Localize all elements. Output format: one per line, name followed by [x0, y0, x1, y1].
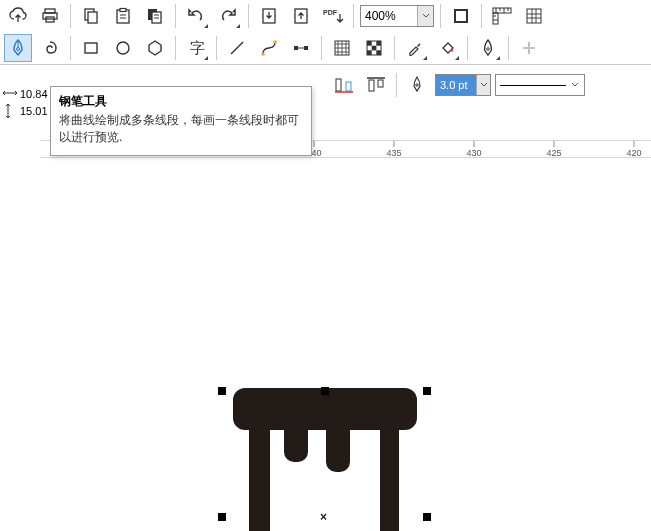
selection-handle[interactable]	[423, 387, 431, 395]
width-field[interactable]	[20, 86, 52, 102]
pen-tool[interactable]	[4, 34, 32, 62]
svg-rect-36	[378, 80, 383, 87]
add-button[interactable]	[515, 34, 543, 62]
svg-rect-35	[369, 80, 374, 91]
object-size-panel	[2, 86, 52, 119]
zoom-dropdown[interactable]	[417, 6, 433, 26]
show-rulers-button[interactable]	[488, 2, 516, 30]
svg-rect-24	[304, 46, 308, 50]
export-button[interactable]	[287, 2, 315, 30]
ellipse-tool[interactable]	[109, 34, 137, 62]
selection-handle[interactable]	[218, 387, 226, 395]
height-icon	[2, 104, 18, 118]
pattern-fill-tool[interactable]	[328, 34, 356, 62]
svg-point-19	[117, 42, 129, 54]
import-button[interactable]	[255, 2, 283, 30]
rectangle-tool[interactable]	[77, 34, 105, 62]
redo-button[interactable]	[214, 2, 242, 30]
svg-rect-1	[43, 13, 57, 19]
fullscreen-button[interactable]	[447, 2, 475, 30]
svg-rect-31	[376, 50, 381, 55]
svg-rect-4	[88, 12, 97, 23]
tooltip-title: 钢笔工具	[59, 93, 303, 110]
outline-pen-icon[interactable]	[403, 71, 431, 99]
tool-tooltip: 钢笔工具 将曲线绘制成多条线段，每画一条线段时都可以进行预览.	[50, 86, 312, 156]
svg-rect-6	[120, 9, 126, 12]
toolbar-tools: 字	[0, 32, 651, 64]
svg-rect-15	[493, 13, 498, 24]
align-distribute-button[interactable]	[330, 71, 358, 99]
svg-rect-13	[456, 11, 466, 21]
stroke-width-field[interactable]	[436, 75, 476, 95]
line-style-selector[interactable]	[495, 74, 585, 96]
show-grid-button[interactable]	[520, 2, 548, 30]
fill-bucket-tool[interactable]	[433, 34, 461, 62]
stroke-width-control[interactable]	[435, 74, 491, 96]
zoom-level-input[interactable]	[360, 5, 434, 27]
ruler-tick: 435	[386, 148, 401, 158]
polygon-tool[interactable]	[141, 34, 169, 62]
ruler-tick: 430	[466, 148, 481, 158]
tooltip-description: 将曲线绘制成多条线段，每画一条线段时都可以进行预览.	[59, 112, 303, 147]
print-button[interactable]	[36, 2, 64, 30]
svg-rect-28	[376, 41, 381, 46]
text-tool[interactable]: 字	[182, 34, 210, 62]
ruler-tick: 425	[546, 148, 561, 158]
align-top-button[interactable]	[362, 71, 390, 99]
pen-variant-tool[interactable]	[474, 34, 502, 62]
svg-point-17	[17, 48, 20, 51]
copy-button[interactable]	[77, 2, 105, 30]
svg-point-32	[487, 48, 490, 51]
cloud-upload-button[interactable]	[4, 2, 32, 30]
selection-handle[interactable]	[321, 387, 329, 395]
svg-rect-16	[527, 9, 541, 23]
width-icon	[2, 87, 18, 101]
bezier-tool[interactable]	[255, 34, 283, 62]
pdf-export-button[interactable]: PDF	[319, 2, 347, 30]
toolbar-main: PDF	[0, 0, 651, 32]
height-field[interactable]	[20, 103, 52, 119]
zoom-field[interactable]	[361, 6, 417, 26]
node-edit-tool[interactable]	[287, 34, 315, 62]
svg-rect-18	[85, 43, 97, 53]
svg-rect-22	[274, 41, 277, 44]
svg-rect-29	[372, 46, 377, 51]
object-center-marker: ×	[320, 510, 327, 524]
checker-fill-tool[interactable]	[360, 34, 388, 62]
selected-object[interactable]	[220, 378, 430, 531]
selection-handle[interactable]	[218, 513, 226, 521]
canvas[interactable]: ×	[0, 158, 651, 531]
paste-button[interactable]	[109, 2, 137, 30]
ruler-tick: 420	[626, 148, 641, 158]
svg-text:字: 字	[190, 40, 205, 56]
svg-text:PDF: PDF	[323, 9, 338, 16]
svg-rect-23	[294, 46, 298, 50]
svg-point-37	[416, 84, 418, 86]
svg-rect-30	[367, 50, 372, 55]
selection-handle[interactable]	[423, 513, 431, 521]
duplicate-button[interactable]	[141, 2, 169, 30]
svg-rect-34	[346, 82, 351, 91]
stroke-width-dropdown[interactable]	[476, 75, 490, 95]
spiral-tool[interactable]	[36, 34, 64, 62]
svg-rect-33	[336, 79, 341, 91]
eyedropper-tool[interactable]	[401, 34, 429, 62]
svg-rect-21	[262, 53, 265, 56]
line-tool[interactable]	[223, 34, 251, 62]
svg-rect-27	[367, 41, 372, 46]
undo-button[interactable]	[182, 2, 210, 30]
